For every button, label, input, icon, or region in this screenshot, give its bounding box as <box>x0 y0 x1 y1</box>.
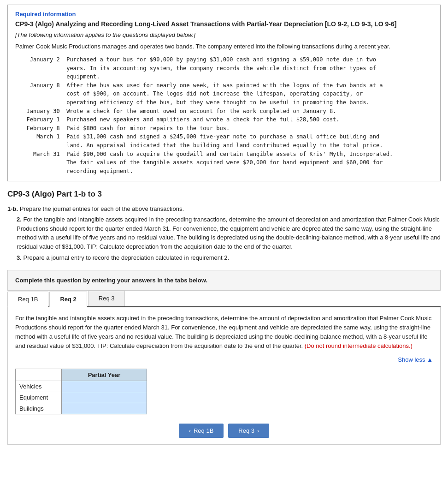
complete-question-box: Complete this question by entering your … <box>7 270 441 291</box>
table-row: Equipment <box>16 392 147 403</box>
part-title: CP9-3 (Algo) Part 1-b to 3 <box>7 190 441 199</box>
nav-buttons: ‹ Req 1B Req 3 › <box>15 424 433 438</box>
table-header-empty <box>16 369 62 381</box>
required-info-section: Required information CP9-3 (Algo) Analyz… <box>7 5 441 181</box>
instruction-1b-text: Prepare the journal entries for each of … <box>20 205 184 212</box>
tab-req1b[interactable]: Req 1B <box>7 292 48 307</box>
row-label-buildings: Buildings <box>16 403 62 414</box>
row-input-buildings[interactable] <box>62 403 147 414</box>
equipment-input[interactable] <box>65 394 143 401</box>
tab-req3[interactable]: Req 3 <box>88 291 125 306</box>
row-input-vehicles[interactable] <box>62 381 147 392</box>
tabs-row: Req 1B Req 2 Req 3 <box>7 291 441 307</box>
instruction-2: 2. For the tangible and intangible asset… <box>17 215 441 251</box>
transactions-list: January 2 Purchased a tour bus for $90,0… <box>20 55 433 175</box>
instruction-3-text: Prepare a journal entry to record the de… <box>23 254 229 261</box>
depreciation-table: Partial Year Vehicles Equipment <box>15 369 147 414</box>
tab-content-req2: For the tangible and intangible assets a… <box>7 307 441 445</box>
tab-req2[interactable]: Req 2 <box>49 292 87 307</box>
row-label-vehicles: Vehicles <box>16 381 62 392</box>
prev-label: Req 1B <box>194 427 213 434</box>
req2-description: For the tangible and intangible assets a… <box>15 314 433 351</box>
next-button[interactable]: Req 3 › <box>228 424 269 438</box>
instructions-section: 1-b. Prepare the journal entries for eac… <box>7 205 441 263</box>
next-label: Req 3 <box>238 427 254 434</box>
prev-chevron: ‹ <box>189 428 191 434</box>
table-row: Vehicles <box>16 381 147 392</box>
prev-button[interactable]: ‹ Req 1B <box>179 424 224 438</box>
vehicles-input[interactable] <box>65 383 143 390</box>
row-label-equipment: Equipment <box>16 392 62 403</box>
req2-hint-text: (Do not round intermediate calculations.… <box>305 342 413 349</box>
show-less-row: Show less ▲ <box>15 356 433 363</box>
show-less-button[interactable]: Show less ▲ <box>398 356 433 363</box>
required-info-title: CP9-3 (Algo) Analyzing and Recording Lon… <box>15 20 433 28</box>
table-header-partial-year: Partial Year <box>62 369 147 381</box>
instruction-3-label: 3. <box>17 254 22 261</box>
required-info-italic-note: [The following information applies to th… <box>15 31 433 38</box>
instruction-3: 3. Prepare a journal entry to record the… <box>17 253 441 263</box>
table-row: Buildings <box>16 403 147 414</box>
instruction-2-label: 2. <box>17 216 22 223</box>
complete-question-text: Complete this question by entering your … <box>15 277 207 284</box>
instruction-2-text: For the tangible and intangible assets a… <box>17 216 441 250</box>
instruction-1b-label: 1-b. <box>7 205 18 212</box>
row-input-equipment[interactable] <box>62 392 147 403</box>
required-info-description: Palmer Cook Music Productions manages an… <box>15 43 433 50</box>
instruction-1b: 1-b. Prepare the journal entries for eac… <box>7 205 441 212</box>
required-info-label: Required information <box>15 11 433 18</box>
buildings-input[interactable] <box>65 405 143 412</box>
next-chevron: › <box>257 428 259 434</box>
